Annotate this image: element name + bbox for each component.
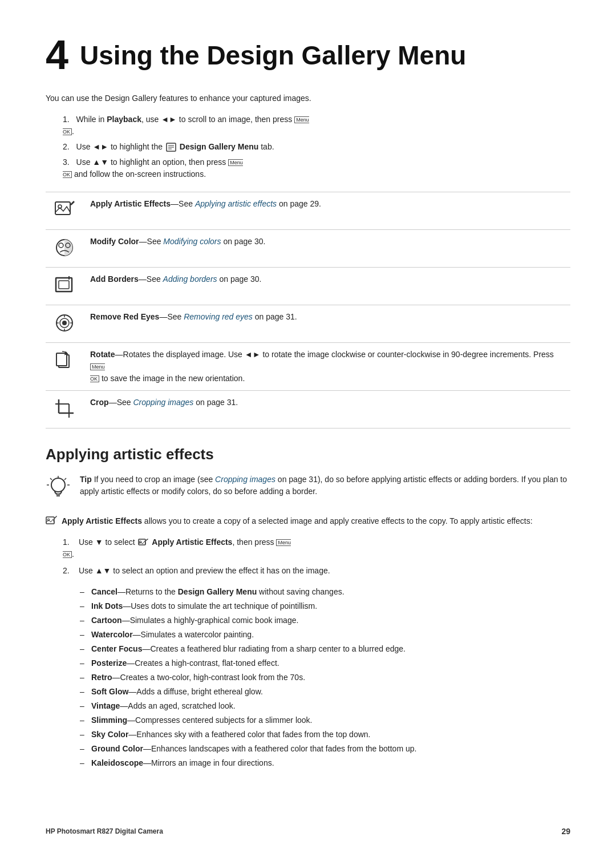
svg-rect-10 [59,281,69,289]
chapter-header: 4 Using the Design Gallery Menu [46,34,570,75]
section-title-applying: Applying artistic effects [46,446,570,463]
icon-cell-borders [46,268,83,305]
effect-posterize: Posterize—Creates a high-contrast, flat-… [80,657,570,669]
gallery-icon-inline [166,143,176,152]
menu-ok-badge-2: MenuOK [63,159,243,178]
icon-cell-crop [46,391,83,428]
color-bold: Modify Color [90,237,139,246]
color-link[interactable]: Modifying colors [163,237,221,246]
svg-rect-9 [56,278,72,292]
effect-retro: Retro—Creates a two-color, high-contrast… [80,672,570,684]
feature-row-rotate: Rotate—Rotates the displayed image. Use … [46,343,570,391]
feature-row-color: Modify Color—See Modifying colors on pag… [46,230,570,268]
footer-page-number: 29 [561,827,570,836]
feature-text-redeye: Remove Red Eyes—See Removing red eyes on… [83,305,570,343]
step-num-2: 2. [63,565,74,577]
apply-step-2: 2. Use ▲▼ to select an option and previe… [57,565,570,577]
feature-text-borders: Add Borders—See Adding borders on page 3… [83,268,570,305]
tip-box: Tip If you need to crop an image (see Cr… [46,474,570,505]
page-footer: HP Photosmart R827 Digital Camera 29 [46,827,570,836]
svg-line-31 [64,478,66,480]
apply-icon-step [138,539,148,548]
effect-vintage: Vintage—Adds an aged, scratched look. [80,700,570,712]
apply-effects-step-bold: Apply Artistic Effects [152,537,232,547]
artistic-link[interactable]: Applying artistic effects [195,199,277,208]
effect-watercolor: Watercolor—Simulates a watercolor painti… [80,629,570,641]
apply-step-1: 1. Use ▼ to select Apply Artistic Effect… [57,536,570,560]
apply-icon-inline [46,516,57,527]
footer-brand: HP Photosmart R827 Digital Camera [46,827,163,835]
svg-line-30 [50,478,52,480]
feature-text-artistic: Apply Artistic Effects—See Applying arti… [83,192,570,230]
effect-cartoon: Cartoon—Simulates a highly-graphical com… [80,615,570,626]
svg-rect-21 [56,353,67,366]
effect-centerfocus: Center Focus—Creates a feathered blur ra… [80,643,570,655]
remove-red-eyes-icon [52,311,76,335]
artistic-effects-icon [52,198,76,222]
tip-label: Tip [80,475,92,484]
crop-icon [52,397,76,421]
effect-slimming: Slimming—Compresses centered subjects fo… [80,714,570,726]
intro-steps: While in Playback, use ◄► to scroll to a… [57,114,570,180]
icon-cell-redeye [46,305,83,343]
playback-bold: Playback [107,115,141,124]
menu-ok-rotate: MenuOK [90,363,105,382]
effect-softglow: Soft Glow—Adds a diffuse, bright etherea… [80,686,570,698]
apply-effects-bold: Apply Artistic Effects [62,516,142,525]
feature-row-crop: Crop—See Cropping images on page 31. [46,391,570,428]
effects-list: Cancel—Returns to the Design Gallery Men… [80,586,570,769]
add-borders-icon [52,273,76,297]
apply-steps: 1. Use ▼ to select Apply Artistic Effect… [57,536,570,577]
svg-rect-36 [139,539,145,545]
feature-text-crop: Crop—See Cropping images on page 31. [83,391,570,428]
svg-point-7 [59,243,63,248]
feature-row-artistic: Apply Artistic Effects—See Applying arti… [46,192,570,230]
crop-link[interactable]: Cropping images [133,398,193,407]
tip-icon [46,475,74,505]
feature-row-redeye: Remove Red Eyes—See Removing red eyes on… [46,305,570,343]
borders-bold: Add Borders [90,274,139,284]
feature-text-color: Modify Color—See Modifying colors on pag… [83,230,570,268]
effect-skycolor: Sky Color—Enhances sky with a feathered … [80,729,570,741]
icon-cell-artistic [46,192,83,230]
crop-bold: Crop [90,398,109,407]
feature-table: Apply Artistic Effects—See Applying arti… [46,192,570,428]
borders-link[interactable]: Adding borders [163,274,217,284]
feature-row-borders: Add Borders—See Adding borders on page 3… [46,268,570,305]
effect-inkdots: Ink Dots—Uses dots to simulate the art t… [80,600,570,612]
chapter-title: Using the Design Gallery Menu [80,34,466,70]
rotate-icon [52,349,76,373]
menu-ok-badge-1: MenuOK [63,116,309,135]
effect-groundcolor: Ground Color—Enhances landscapes with a … [80,743,570,755]
rotate-bold: Rotate [90,350,115,359]
modify-color-icon [52,236,76,260]
icon-cell-rotate [46,343,83,391]
artistic-bold: Apply Artistic Effects [90,199,171,208]
chapter-number: 4 [46,34,68,75]
step-num-1: 1. [63,536,74,548]
redeye-link[interactable]: Removing red eyes [184,312,253,321]
icon-cell-color [46,230,83,268]
intro-step-2: Use ◄► to highlight the Design Gallery M… [57,141,570,153]
feature-text-rotate: Rotate—Rotates the displayed image. Use … [83,343,570,391]
tip-text-content: Tip If you need to crop an image (see Cr… [80,474,570,498]
intro-step-3: Use ▲▼ to highlight an option, then pres… [57,156,570,180]
apply-effects-intro: Apply Artistic Effects allows you to cre… [46,515,570,527]
tip-body: If you need to crop an image (see Croppi… [80,475,567,496]
svg-point-26 [51,478,65,492]
intro-step-1: While in Playback, use ◄► to scroll to a… [57,114,570,138]
effect-kaleidoscope: Kaleidoscope—Mirrors an image in four di… [80,757,570,769]
intro-paragraph: You can use the Design Gallery features … [46,92,570,104]
effect-cancel: Cancel—Returns to the Design Gallery Men… [80,586,570,598]
tip-crop-link[interactable]: Cropping images [215,475,275,484]
redeye-bold: Remove Red Eyes [90,312,159,321]
design-gallery-bold: Design Gallery Menu [180,142,258,151]
svg-point-15 [62,321,67,325]
to-select-text: to select [113,566,143,575]
